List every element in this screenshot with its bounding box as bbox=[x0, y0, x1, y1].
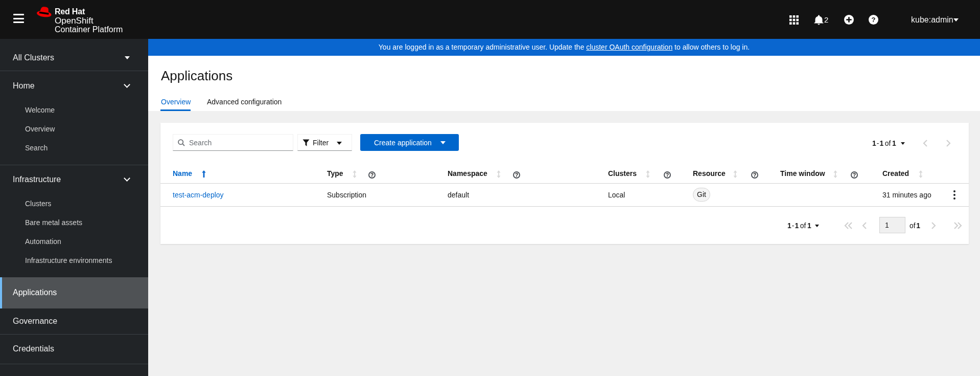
svg-text:?: ? bbox=[872, 16, 876, 24]
